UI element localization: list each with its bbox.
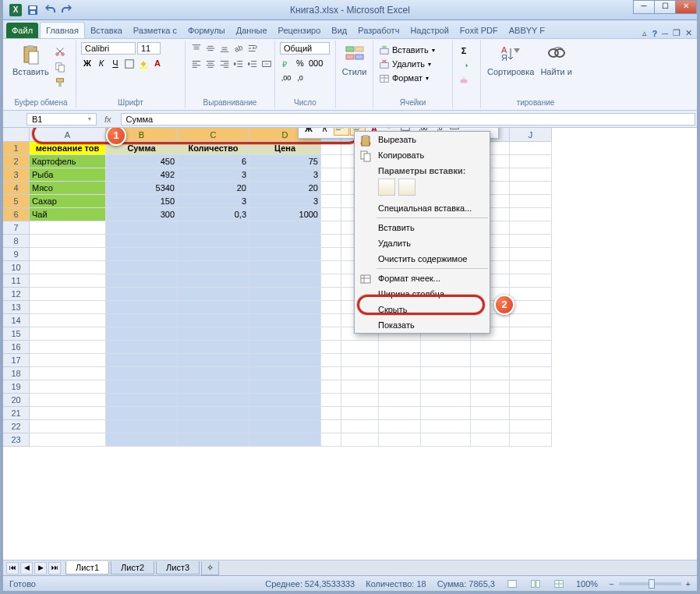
cell[interactable] <box>510 208 552 221</box>
tab-layout[interactable]: Разметка с <box>128 23 182 38</box>
ctx-cut[interactable]: Вырезать <box>355 132 490 147</box>
cell[interactable] <box>421 420 471 433</box>
cell[interactable] <box>106 433 178 447</box>
cell[interactable] <box>249 354 321 367</box>
tab-abbyy[interactable]: ABBYY F <box>504 23 550 38</box>
cell[interactable] <box>178 221 249 235</box>
cell[interactable] <box>30 221 106 235</box>
cell[interactable] <box>30 341 106 354</box>
bold-icon[interactable]: Ж <box>81 58 94 70</box>
redo-icon[interactable] <box>61 4 73 16</box>
increase-indent-icon[interactable] <box>246 58 259 70</box>
cell[interactable]: 492 <box>106 168 178 182</box>
cell[interactable] <box>30 327 106 341</box>
view-normal-icon[interactable] <box>506 578 518 590</box>
help-icon[interactable]: ? <box>652 29 657 38</box>
zoom-slider[interactable]: − + <box>609 579 691 589</box>
row-header-13[interactable]: 13 <box>3 301 30 314</box>
cell[interactable] <box>421 367 471 380</box>
cell[interactable] <box>510 433 552 447</box>
cell[interactable] <box>510 341 552 354</box>
currency-icon[interactable]: ₽ <box>280 58 292 70</box>
cell[interactable] <box>178 407 249 420</box>
underline-icon[interactable]: Ч <box>109 58 122 70</box>
cell[interactable] <box>341 394 379 407</box>
row-header-7[interactable]: 7 <box>3 221 30 235</box>
comma-style-icon[interactable]: 000 <box>308 58 320 70</box>
cell[interactable] <box>249 327 321 341</box>
cell[interactable] <box>341 380 379 394</box>
cell[interactable] <box>178 274 249 288</box>
cell[interactable] <box>510 367 552 380</box>
sort-filter-button[interactable]: АЯ Сортировка <box>486 42 536 78</box>
cell[interactable] <box>379 420 421 433</box>
cell[interactable] <box>341 354 379 367</box>
cell[interactable] <box>421 407 471 420</box>
cell[interactable] <box>321 274 341 288</box>
row-header-17[interactable]: 17 <box>3 354 30 367</box>
zoom-in-icon[interactable]: + <box>686 579 691 589</box>
cell[interactable] <box>321 195 341 208</box>
tab-foxit[interactable]: Foxit PDF <box>454 23 504 38</box>
tab-formulas[interactable]: Формулы <box>182 23 231 38</box>
cell[interactable] <box>510 314 552 327</box>
cell[interactable] <box>106 235 178 248</box>
cell[interactable] <box>379 367 421 380</box>
ctx-paste-special[interactable]: Специальная вставка... <box>355 200 490 216</box>
cell[interactable] <box>30 354 106 367</box>
cell[interactable]: 3 <box>178 195 249 208</box>
clear-icon[interactable] <box>458 73 470 86</box>
cell[interactable]: 3 <box>249 168 321 182</box>
merge-icon[interactable] <box>260 58 273 70</box>
cell[interactable] <box>30 314 106 327</box>
row-header-10[interactable]: 10 <box>3 261 30 274</box>
ctx-clear[interactable]: Очистить содержимое <box>355 251 490 267</box>
sheet-tab-2[interactable]: Лист2 <box>111 561 154 575</box>
cell[interactable] <box>30 248 106 261</box>
cell[interactable] <box>178 261 249 274</box>
row-header-4[interactable]: 4 <box>3 182 30 195</box>
cell[interactable] <box>421 433 471 447</box>
align-right-icon[interactable] <box>218 58 231 70</box>
cell[interactable] <box>510 354 552 367</box>
font-name-select[interactable]: Calibri <box>81 42 136 55</box>
cell[interactable] <box>510 327 552 341</box>
row-header-22[interactable]: 22 <box>3 420 30 433</box>
cell[interactable] <box>249 394 321 407</box>
cell[interactable] <box>30 394 106 407</box>
mini-italic-icon[interactable]: К <box>317 128 333 136</box>
mini-bold-icon[interactable]: Ж <box>301 128 316 136</box>
cell[interactable] <box>249 314 321 327</box>
cell[interactable] <box>106 380 178 394</box>
cell[interactable] <box>379 341 421 354</box>
cell[interactable] <box>249 380 321 394</box>
paste-option-1[interactable] <box>378 179 395 196</box>
delete-cells-button[interactable]: Удалить▾ <box>378 58 431 70</box>
cell[interactable] <box>30 274 106 288</box>
row-header-2[interactable]: 2 <box>3 155 30 168</box>
sheet-tab-3[interactable]: Лист3 <box>156 561 200 575</box>
cell[interactable] <box>30 380 106 394</box>
row-header-14[interactable]: 14 <box>3 314 30 327</box>
cell[interactable] <box>321 248 341 261</box>
tab-insert[interactable]: Вставка <box>85 23 128 38</box>
cell[interactable]: 0,3 <box>178 208 249 221</box>
cell[interactable] <box>249 274 321 288</box>
cell[interactable] <box>510 248 552 261</box>
cell[interactable] <box>379 394 421 407</box>
cell[interactable] <box>510 274 552 288</box>
cell[interactable] <box>30 367 106 380</box>
cell[interactable]: 20 <box>178 182 249 195</box>
sheet-nav-next[interactable]: ▶ <box>34 562 47 575</box>
styles-button[interactable]: Стили <box>341 42 368 78</box>
cell[interactable]: Рыба <box>30 168 106 182</box>
cell[interactable] <box>321 407 341 420</box>
cell[interactable] <box>421 354 471 367</box>
cell[interactable] <box>249 367 321 380</box>
paste-button[interactable]: Вставить <box>11 42 51 78</box>
cell[interactable] <box>471 420 510 433</box>
cell[interactable] <box>30 261 106 274</box>
cell[interactable] <box>30 433 106 447</box>
font-color-icon[interactable]: A <box>151 58 164 70</box>
paste-option-2[interactable] <box>398 179 415 196</box>
